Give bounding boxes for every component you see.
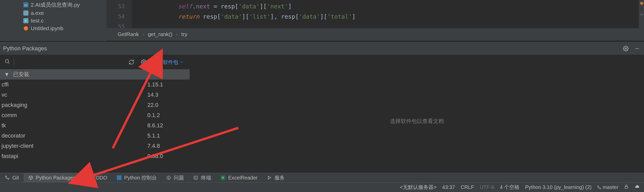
svg-point-11 <box>5 176 7 177</box>
svg-rect-20 <box>194 176 198 179</box>
status-server[interactable]: <无默认服务器> <box>400 184 436 191</box>
svg-marker-24 <box>268 176 271 179</box>
detail-placeholder: 选择软件包以查看文档 <box>390 118 444 125</box>
file-icon: py <box>23 2 29 7</box>
svg-text:X: X <box>222 176 224 179</box>
cloud-icon[interactable] <box>634 184 640 190</box>
package-name: jupyter-client <box>0 143 147 149</box>
package-row[interactable]: packaging22.0 <box>0 100 190 110</box>
svg-rect-27 <box>625 186 628 188</box>
package-version: 22.0 <box>147 102 190 108</box>
status-indent[interactable]: 4 个空格 <box>500 184 520 191</box>
file-icon <box>23 10 29 16</box>
status-encoding[interactable]: UTF-8 <box>480 184 494 190</box>
file-tree-item[interactable]: py2.AI成员信息查询.py <box>0 1 106 9</box>
file-tree-item[interactable]: a.exe <box>0 9 106 17</box>
status-line-ending[interactable]: CRLF <box>461 184 474 190</box>
status-caret-pos[interactable]: 43:37 <box>442 184 455 190</box>
editor-gutter: 535455 <box>106 0 132 28</box>
tool-window-tab-packages[interactable]: Python Packages <box>24 173 80 182</box>
svg-point-26 <box>600 188 601 189</box>
search-input[interactable] <box>14 59 128 66</box>
package-version: 0.1.2 <box>147 112 190 119</box>
tool-window-tab-pyconsole[interactable]: Python 控制台 <box>112 173 162 182</box>
file-name: Untitled.ipynb <box>31 25 63 31</box>
editor-scrollbar[interactable] <box>639 0 644 28</box>
tool-window-tab-todo[interactable]: TODO <box>80 173 112 182</box>
terminal-icon <box>193 175 198 180</box>
package-version: 8.6.12 <box>147 122 190 129</box>
project-tree[interactable]: py2.AI成员信息查询.pya.exeCtest.cUntitled.ipyn… <box>0 0 106 41</box>
problems-icon <box>166 175 171 180</box>
file-icon: C <box>23 18 29 23</box>
minimize-icon[interactable] <box>634 45 640 52</box>
svg-text:C: C <box>25 19 27 22</box>
package-search[interactable] <box>0 55 128 69</box>
package-name: comm <box>0 112 147 119</box>
package-version: 5.1.1 <box>147 132 190 139</box>
svg-point-5 <box>24 26 28 31</box>
tool-label: Python Packages <box>36 175 76 181</box>
package-row[interactable]: comm0.1.2 <box>0 110 190 120</box>
file-name: 2.AI成员信息查询.py <box>31 1 80 8</box>
refresh-icon[interactable] <box>128 59 135 65</box>
tool-label: 问题 <box>174 174 184 181</box>
todo-icon <box>85 175 90 180</box>
add-package-link[interactable]: 添加软件包 <box>153 59 183 66</box>
package-row[interactable]: tk8.6.12 <box>0 120 190 131</box>
package-detail-panel: 选择软件包以查看文档 <box>190 69 644 173</box>
package-row[interactable]: vc14.3 <box>0 90 190 100</box>
editor-code[interactable]: self.next = resp['data']['next']return r… <box>132 0 644 28</box>
gear-icon[interactable] <box>622 45 629 52</box>
tool-label: ExcelReader <box>228 175 258 181</box>
package-version: 7.4.8 <box>147 143 190 149</box>
package-row[interactable]: cffi1.15.1 <box>0 80 190 90</box>
svg-rect-2 <box>23 10 28 16</box>
svg-point-10 <box>143 61 145 63</box>
packages-icon <box>28 175 33 180</box>
panel-title: Python Packages <box>3 45 47 52</box>
tool-window-tab-git[interactable]: Git <box>0 173 24 182</box>
package-row[interactable]: jupyter-client7.4.8 <box>0 141 190 151</box>
package-name: cffi <box>0 81 147 88</box>
python-packages-header: Python Packages <box>0 42 644 55</box>
package-name: tk <box>0 122 147 129</box>
package-name: vc <box>0 92 147 98</box>
gear-icon[interactable] <box>140 59 147 65</box>
tool-window-tab-services[interactable]: 服务 <box>262 173 289 182</box>
package-version: 1.15.1 <box>147 81 190 88</box>
svg-text:py: py <box>24 3 27 6</box>
scroll-marker-icon <box>640 14 643 15</box>
breadcrumb-item[interactable]: get_rank() <box>144 31 176 37</box>
tool-window-tab-terminal[interactable]: 终端 <box>189 173 216 182</box>
svg-point-8 <box>5 59 9 63</box>
tool-label: TODO <box>93 175 107 181</box>
file-tree-item[interactable]: Ctest.c <box>0 17 106 25</box>
installed-section-header[interactable]: ▼ 已安装 <box>0 69 190 80</box>
package-name: decorator <box>0 132 147 139</box>
services-icon <box>267 175 272 180</box>
package-row[interactable]: decorator5.1.1 <box>0 131 190 141</box>
tool-window-tab-problems[interactable]: 问题 <box>161 173 189 182</box>
svg-point-19 <box>169 178 169 179</box>
package-version: 0.88.0 <box>147 153 190 160</box>
installed-label: 已安装 <box>13 71 29 78</box>
tool-window-bar[interactable]: GitPython PackagesTODOPython 控制台问题终端XExc… <box>0 173 644 182</box>
svg-line-9 <box>8 62 9 63</box>
packages-list[interactable]: cffi1.15.1vc14.3packaging22.0comm0.1.2tk… <box>0 80 190 173</box>
scroll-marker-icon <box>640 2 643 5</box>
status-bar: <无默认服务器> 43:37 CRLF UTF-8 4 个空格 Python 3… <box>0 182 644 192</box>
breadcrumb[interactable]: GetRank › get_rank() › try <box>106 28 644 40</box>
breadcrumb-item[interactable]: GetRank <box>114 31 142 37</box>
status-interpreter[interactable]: Python 3.10 (py_learning) (2) <box>525 184 591 190</box>
breadcrumb-item[interactable]: try <box>178 31 191 37</box>
svg-rect-16 <box>117 175 121 180</box>
package-name: fastapi <box>0 153 147 160</box>
status-git-branch[interactable]: master <box>597 184 618 190</box>
tool-window-tab-excel[interactable]: XExcelReader <box>216 173 262 182</box>
svg-point-12 <box>8 178 9 179</box>
lock-icon[interactable] <box>624 184 629 190</box>
file-tree-item[interactable]: Untitled.ipynb <box>0 25 106 32</box>
package-row[interactable]: fastapi0.88.0 <box>0 151 190 161</box>
code-editor[interactable]: 535455 self.next = resp['data']['next']r… <box>106 0 644 28</box>
